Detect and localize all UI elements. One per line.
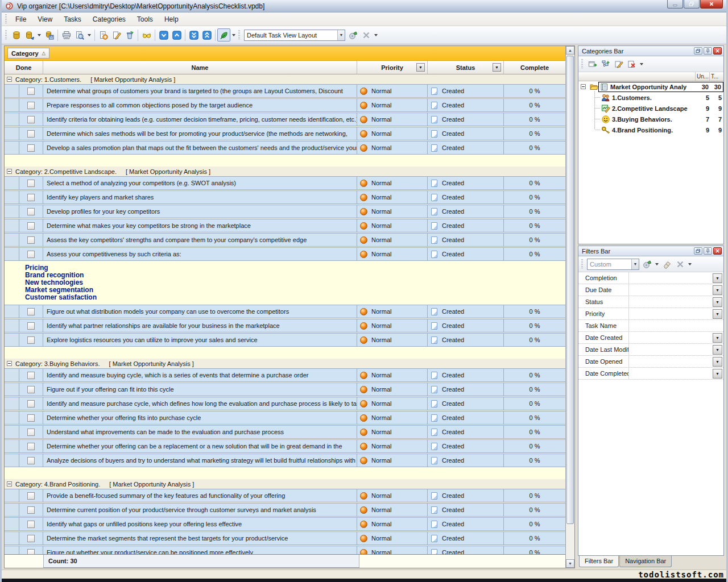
status-filter-dropdown[interactable]: ▼ bbox=[493, 63, 501, 72]
filter-dropdown-button[interactable]: ▼ bbox=[713, 273, 722, 283]
combo-dropdown-icon[interactable]: ▼ bbox=[631, 259, 639, 269]
menu-tools[interactable]: Tools bbox=[131, 13, 159, 26]
scrollbar-thumb[interactable] bbox=[566, 56, 574, 524]
priority-filter-dropdown[interactable]: ▼ bbox=[416, 63, 425, 72]
task-checkbox[interactable] bbox=[27, 372, 35, 379]
filter-value-field[interactable] bbox=[629, 356, 713, 367]
filter-value-field[interactable] bbox=[629, 308, 713, 319]
category-tree-item[interactable]: 2.Competitive Landscape99 bbox=[578, 103, 723, 114]
category-group-row[interactable]: Category: 3.Buying Behaviors.[ Market Op… bbox=[5, 359, 565, 368]
edit-category-button[interactable] bbox=[612, 57, 625, 70]
task-row[interactable]: Prepare responses to all common objectio… bbox=[5, 98, 565, 112]
filters-toolbar-grip[interactable] bbox=[581, 259, 583, 269]
categories-close-button[interactable] bbox=[713, 47, 722, 55]
restore-button[interactable] bbox=[684, 0, 700, 9]
task-checkbox[interactable] bbox=[27, 506, 35, 514]
task-checkbox[interactable] bbox=[27, 322, 35, 330]
column-header-status[interactable]: Status▼ bbox=[428, 61, 504, 74]
selected-row-box[interactable]: Market Opportunity Analy3030 bbox=[598, 82, 723, 92]
scroll-down-button[interactable]: ▼ bbox=[566, 559, 574, 568]
dropdown-caret-icon[interactable] bbox=[640, 63, 643, 65]
filter-dropdown-button[interactable]: ▼ bbox=[713, 309, 722, 319]
filter-dropdown-button[interactable]: ▼ bbox=[713, 369, 722, 379]
task-checkbox[interactable] bbox=[27, 130, 35, 138]
filter-dropdown-button[interactable]: ▼ bbox=[713, 297, 722, 307]
category-tree-root[interactable]: Market Opportunity Analy3030 bbox=[578, 81, 723, 92]
task-row[interactable]: Identify and measure buying cycle, which… bbox=[5, 368, 565, 382]
move-up-button[interactable] bbox=[170, 28, 183, 41]
column-header-done[interactable]: Done bbox=[5, 61, 43, 74]
print-button[interactable] bbox=[60, 28, 73, 41]
task-row[interactable]: Determine current position of your produ… bbox=[5, 503, 565, 517]
task-row[interactable]: Figure out if your offering can fit into… bbox=[5, 383, 565, 396]
filter-dropdown-button[interactable]: ▼ bbox=[713, 345, 722, 355]
delete-category-button[interactable] bbox=[625, 57, 638, 70]
combo-dropdown-icon[interactable]: ▼ bbox=[337, 30, 345, 40]
task-row[interactable]: Provide a benefit-focused summary of the… bbox=[5, 489, 565, 502]
task-checkbox[interactable] bbox=[27, 144, 35, 152]
task-row[interactable]: Determine what groups of customers your … bbox=[5, 84, 565, 98]
print-preview-button[interactable] bbox=[73, 28, 86, 41]
filter-value-field[interactable] bbox=[629, 296, 713, 307]
collapse-expander-icon[interactable] bbox=[7, 361, 12, 366]
tree-expander-icon[interactable] bbox=[581, 84, 586, 89]
dropdown-caret-icon[interactable] bbox=[232, 34, 235, 36]
category-tree-item[interactable]: 3.Buying Behaviors.77 bbox=[578, 114, 723, 124]
filter-value-field[interactable] bbox=[629, 344, 713, 355]
menu-categories[interactable]: Categories bbox=[87, 13, 131, 26]
task-checkbox[interactable] bbox=[27, 116, 35, 123]
notes-button[interactable] bbox=[217, 28, 230, 41]
tab-navigation-bar[interactable]: Navigation Bar bbox=[619, 556, 672, 567]
column-header-name[interactable]: Name bbox=[43, 61, 357, 74]
filters-close-button[interactable] bbox=[713, 247, 722, 255]
task-checkbox[interactable] bbox=[27, 429, 35, 436]
save-database-button[interactable] bbox=[43, 28, 56, 41]
filter-value-field[interactable] bbox=[629, 368, 713, 379]
task-view-layout-combo[interactable]: Default Task View Layout▼ bbox=[244, 30, 345, 41]
layout-toolbar-grip[interactable] bbox=[238, 30, 240, 40]
task-checkbox[interactable] bbox=[27, 308, 35, 315]
task-row[interactable]: Determine which sales methods will be be… bbox=[5, 127, 565, 140]
menu-help[interactable]: Help bbox=[159, 13, 184, 26]
category-group-row[interactable]: Category: 2.Competitive Landscape.[ Mark… bbox=[5, 167, 565, 176]
category-tree-item[interactable]: 4.Brand Positioning.99 bbox=[578, 124, 723, 135]
dropdown-caret-icon[interactable] bbox=[38, 34, 41, 36]
close-button[interactable] bbox=[700, 0, 723, 9]
task-row[interactable]: Identify and measure purchase cycle, whi… bbox=[5, 397, 565, 410]
categories-restore-button[interactable] bbox=[694, 47, 702, 55]
open-database-button[interactable] bbox=[23, 28, 36, 41]
new-database-button[interactable] bbox=[10, 28, 23, 41]
scrollbar-track[interactable] bbox=[566, 55, 574, 559]
filter-value-field[interactable] bbox=[629, 272, 713, 284]
task-row[interactable]: Identify what partner relationships are … bbox=[5, 319, 565, 332]
clear-filter-button[interactable] bbox=[660, 257, 673, 271]
dropdown-caret-icon[interactable] bbox=[655, 263, 659, 265]
tab-filters-bar[interactable]: Filters Bar bbox=[579, 556, 619, 567]
task-checkbox[interactable] bbox=[27, 88, 35, 95]
task-checkbox[interactable] bbox=[27, 194, 35, 201]
dropdown-caret-icon[interactable] bbox=[88, 34, 91, 36]
task-row[interactable]: Determine what makes your key competitor… bbox=[5, 219, 565, 232]
category-group-row[interactable]: Category: 1.Customers.[ Market Opportuni… bbox=[5, 74, 565, 84]
filter-dropdown-button[interactable]: ▼ bbox=[713, 285, 722, 295]
move-top-button[interactable] bbox=[200, 28, 213, 41]
categories-toolbar-grip[interactable] bbox=[581, 59, 583, 69]
task-row[interactable]: Figure out whether your product/service … bbox=[5, 546, 565, 554]
toolbar-grip[interactable] bbox=[5, 30, 7, 40]
filters-pin-button[interactable] bbox=[704, 247, 712, 255]
task-row[interactable]: Figure out what distribution models your… bbox=[5, 305, 565, 318]
delete-filter-button[interactable] bbox=[673, 257, 686, 271]
filter-dropdown-button[interactable]: ▼ bbox=[713, 333, 722, 343]
category-group-row[interactable]: Category: 4.Brand Positioning.[ Market O… bbox=[5, 479, 565, 489]
menu-view[interactable]: View bbox=[32, 13, 58, 26]
scroll-up-button[interactable]: ▲ bbox=[566, 46, 574, 55]
move-bottom-button[interactable] bbox=[187, 28, 200, 41]
filters-restore-button[interactable] bbox=[694, 247, 702, 255]
task-row[interactable]: Understand what improvements can be made… bbox=[5, 425, 565, 439]
task-row[interactable]: Select a method of analyzing your compet… bbox=[5, 176, 565, 190]
task-row[interactable]: Analyze decisions of buyers and try to u… bbox=[5, 454, 565, 467]
task-row[interactable]: Explore logistics resources you can util… bbox=[5, 333, 565, 347]
task-checkbox[interactable] bbox=[27, 492, 35, 500]
collapse-expander-icon[interactable] bbox=[7, 481, 12, 487]
task-row[interactable]: Determine the market segments that repre… bbox=[5, 531, 565, 545]
